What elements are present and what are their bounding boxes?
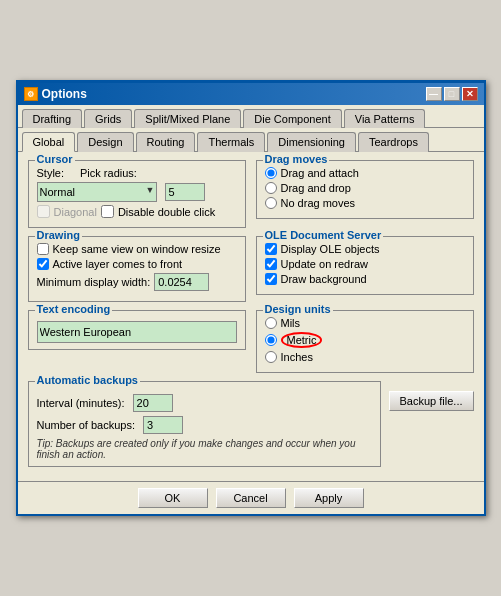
- num-backups-input[interactable]: [143, 416, 183, 434]
- options-window: ⚙ Options — □ ✕ Drafting Grids Split/Mix…: [16, 80, 486, 516]
- drag-attach-row: Drag and attach: [265, 167, 465, 179]
- pick-radius-label: Pick radius:: [80, 167, 137, 179]
- no-drag-radio[interactable]: [265, 197, 277, 209]
- style-label: Style:: [37, 167, 65, 179]
- window-title: Options: [42, 87, 87, 101]
- active-layer-label: Active layer comes to front: [53, 258, 183, 270]
- minimize-button[interactable]: —: [426, 87, 442, 101]
- interval-label: Interval (minutes):: [37, 397, 125, 409]
- tab-routing[interactable]: Routing: [136, 132, 196, 152]
- auto-backups-section: Automatic backups Interval (minutes): Nu…: [28, 381, 381, 467]
- keep-view-checkbox[interactable]: [37, 243, 49, 255]
- min-display-label: Minimum display width:: [37, 276, 151, 288]
- text-encoding-column: Text encoding Western European: [28, 310, 246, 381]
- main-content: Cursor Style: Pick radius: Normal ▼ 5: [18, 152, 484, 481]
- close-button[interactable]: ✕: [462, 87, 478, 101]
- window-icon: ⚙: [24, 87, 38, 101]
- interval-input[interactable]: [133, 394, 173, 412]
- style-select[interactable]: Normal: [37, 182, 157, 202]
- drawing-column: Drawing Keep same view on window resize …: [28, 236, 246, 310]
- drag-drop-label: Drag and drop: [281, 182, 351, 194]
- keep-view-row: Keep same view on window resize: [37, 243, 237, 255]
- cursor-label: Cursor: [35, 153, 75, 165]
- tip-content: Tip: Backups are created only if you mak…: [37, 438, 356, 460]
- maximize-button[interactable]: □: [444, 87, 460, 101]
- diagonal-checkbox[interactable]: [37, 205, 50, 218]
- bottom-section: Automatic backups Interval (minutes): Nu…: [28, 381, 474, 467]
- tab-thermals[interactable]: Thermals: [197, 132, 265, 152]
- text-encoding-label: Text encoding: [35, 303, 113, 315]
- title-buttons: — □ ✕: [426, 87, 478, 101]
- inches-radio[interactable]: [265, 351, 277, 363]
- apply-button[interactable]: Apply: [294, 488, 364, 508]
- design-units-label: Design units: [263, 303, 333, 315]
- ole-section: OLE Document Server Display OLE objects …: [256, 236, 474, 295]
- drag-attach-radio[interactable]: [265, 167, 277, 179]
- tab-teardrops[interactable]: Teardrops: [358, 132, 429, 152]
- display-ole-row: Display OLE objects: [265, 243, 465, 255]
- drag-moves-section: Drag moves Drag and attach Drag and drop…: [256, 160, 474, 219]
- encoding-units-row: Text encoding Western European Design un…: [28, 310, 474, 381]
- disable-dblclick-checkbox[interactable]: [101, 205, 114, 218]
- tab-global[interactable]: Global: [22, 132, 76, 152]
- display-ole-checkbox[interactable]: [265, 243, 277, 255]
- encoding-select-wrapper: Western European: [37, 321, 237, 343]
- pick-radius-input[interactable]: 5: [165, 183, 205, 201]
- active-layer-checkbox[interactable]: [37, 258, 49, 270]
- cancel-button[interactable]: Cancel: [216, 488, 286, 508]
- drawing-section: Drawing Keep same view on window resize …: [28, 236, 246, 302]
- top-sections: Cursor Style: Pick radius: Normal ▼ 5: [28, 160, 474, 236]
- tab-dimensioning[interactable]: Dimensioning: [267, 132, 356, 152]
- tip-text: Tip: Backups are created only if you mak…: [37, 438, 372, 460]
- inches-label: Inches: [281, 351, 313, 363]
- drag-moves-column: Drag moves Drag and attach Drag and drop…: [256, 160, 474, 236]
- backup-file-button[interactable]: Backup file...: [389, 391, 474, 411]
- update-redraw-label: Update on redraw: [281, 258, 368, 270]
- encoding-select[interactable]: Western European: [37, 321, 237, 343]
- tab-grids[interactable]: Grids: [84, 109, 132, 128]
- update-redraw-checkbox[interactable]: [265, 258, 277, 270]
- inches-row: Inches: [265, 351, 465, 363]
- style-row: Style: Pick radius:: [37, 167, 237, 179]
- keep-view-label: Keep same view on window resize: [53, 243, 221, 255]
- tabs-row1: Drafting Grids Split/Mixed Plane Die Com…: [18, 105, 484, 128]
- mils-radio[interactable]: [265, 317, 277, 329]
- title-bar-left: ⚙ Options: [24, 87, 87, 101]
- ole-column: OLE Document Server Display OLE objects …: [256, 236, 474, 310]
- interval-row: Interval (minutes):: [37, 394, 372, 412]
- min-display-input[interactable]: [154, 273, 209, 291]
- design-units-section: Design units Mils Metric Inches: [256, 310, 474, 373]
- footer: OK Cancel Apply: [18, 481, 484, 514]
- drag-moves-label: Drag moves: [263, 153, 330, 165]
- tab-design[interactable]: Design: [77, 132, 133, 152]
- draw-bg-label: Draw background: [281, 273, 367, 285]
- num-backups-label: Number of backups:: [37, 419, 135, 431]
- backup-btn-area: Backup file...: [389, 381, 474, 467]
- drag-drop-row: Drag and drop: [265, 182, 465, 194]
- drag-drop-radio[interactable]: [265, 182, 277, 194]
- tab-via-patterns[interactable]: Via Patterns: [344, 109, 426, 128]
- diagonal-row: Diagonal Disable double click: [37, 205, 237, 218]
- mils-label: Mils: [281, 317, 301, 329]
- num-backups-row: Number of backups:: [37, 416, 372, 434]
- style-input-row: Normal ▼ 5: [37, 182, 237, 202]
- active-layer-row: Active layer comes to front: [37, 258, 237, 270]
- metric-radio[interactable]: [265, 334, 277, 346]
- display-ole-label: Display OLE objects: [281, 243, 380, 255]
- style-select-wrapper: Normal ▼: [37, 182, 157, 202]
- tab-drafting[interactable]: Drafting: [22, 109, 83, 128]
- ok-button[interactable]: OK: [138, 488, 208, 508]
- title-bar: ⚙ Options — □ ✕: [18, 83, 484, 105]
- metric-label: Metric: [281, 332, 323, 348]
- drag-attach-label: Drag and attach: [281, 167, 359, 179]
- draw-bg-checkbox[interactable]: [265, 273, 277, 285]
- no-drag-label: No drag moves: [281, 197, 356, 209]
- update-redraw-row: Update on redraw: [265, 258, 465, 270]
- tabs-row2: Global Design Routing Thermals Dimension…: [18, 128, 484, 152]
- tab-split-mixed-plane[interactable]: Split/Mixed Plane: [134, 109, 241, 128]
- draw-bg-row: Draw background: [265, 273, 465, 285]
- tab-die-component[interactable]: Die Component: [243, 109, 341, 128]
- cursor-column: Cursor Style: Pick radius: Normal ▼ 5: [28, 160, 246, 236]
- drawing-ole-row: Drawing Keep same view on window resize …: [28, 236, 474, 310]
- cursor-section: Cursor Style: Pick radius: Normal ▼ 5: [28, 160, 246, 228]
